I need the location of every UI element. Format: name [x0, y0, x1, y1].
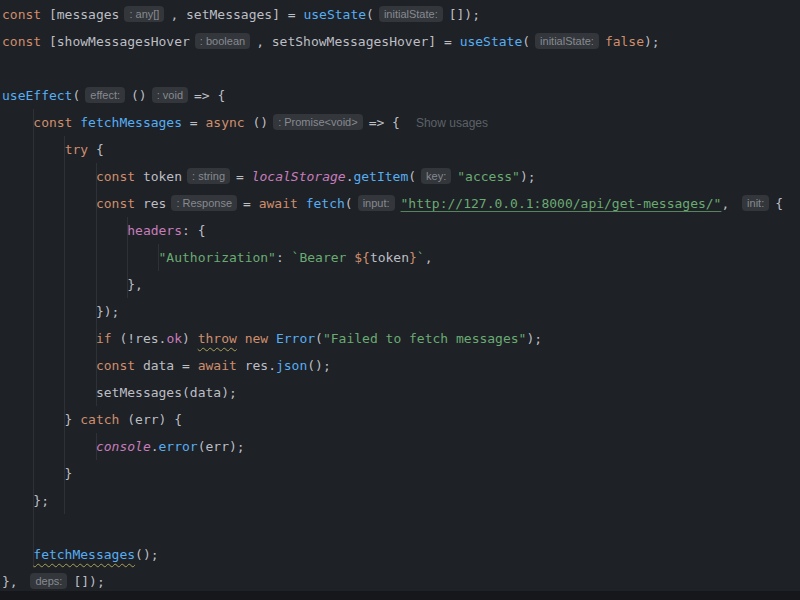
- code-line[interactable]: const token: string= localStorage.getIte…: [0, 163, 800, 190]
- code-text: ,: [425, 250, 433, 265]
- inlay-hint[interactable]: : Response: [171, 195, 237, 211]
- code-line[interactable]: fetchMessages();: [0, 541, 800, 568]
- code-text: ): [182, 331, 198, 346]
- code-line[interactable]: const fetchMessages = async (): Promise<…: [0, 109, 800, 136]
- inlay-hint[interactable]: : boolean: [195, 33, 250, 49]
- inlay-hint[interactable]: : void: [152, 87, 188, 103]
- code-line[interactable]: useEffect(effect:(): void=> {: [0, 82, 800, 109]
- keyword-warning: throw: [198, 331, 237, 346]
- code-line[interactable]: headers: {: [0, 217, 800, 244]
- code-text: );: [526, 331, 542, 346]
- inlay-hint[interactable]: deps:: [30, 573, 67, 589]
- inlay-hint[interactable]: input:: [358, 195, 395, 211]
- code-text: (: [315, 331, 323, 346]
- code-text: token: [370, 250, 409, 265]
- code-text: []);: [73, 574, 104, 589]
- inlay-hint[interactable]: effect:: [85, 87, 125, 103]
- code-line[interactable]: const res: Response= await fetch(input:"…: [0, 190, 800, 217]
- code-text: };: [2, 493, 49, 508]
- code-text: res: [135, 196, 166, 211]
- code-line[interactable]: setMessages(data);: [0, 379, 800, 406]
- code-text: [2, 142, 65, 157]
- code-line[interactable]: }: [0, 460, 800, 487]
- url-string-link[interactable]: "http://127.0.0.1:8000/api/get-messages/…: [401, 196, 722, 211]
- inlay-hint[interactable]: : string: [187, 168, 230, 184]
- code-text: [2, 196, 96, 211]
- string-literal: "access": [457, 169, 520, 184]
- show-usages-hint[interactable]: Show usages: [416, 116, 488, 130]
- code-line[interactable]: if (!res.ok) throw new Error("Failed to …: [0, 325, 800, 352]
- code-text: =: [182, 115, 205, 130]
- code-text: ,: [721, 196, 737, 211]
- function-name: fetch: [306, 196, 345, 211]
- inlay-hint[interactable]: : Promise<void>: [273, 114, 362, 130]
- code-text: (err);: [198, 439, 245, 454]
- code-text: (): [131, 88, 147, 103]
- code-area[interactable]: const [messages: any[], setMessages] = u…: [0, 1, 800, 591]
- function-name: useState: [460, 34, 523, 49]
- code-text: (err) {: [119, 412, 182, 427]
- keyword: try: [65, 142, 88, 157]
- code-text: [2, 439, 96, 454]
- keyword: }: [409, 250, 417, 265]
- code-line[interactable]: const [showMessagesHover: boolean, setSh…: [0, 28, 800, 55]
- keyword: if: [96, 331, 112, 346]
- code-line[interactable]: });: [0, 298, 800, 325]
- keyword: ${: [354, 250, 370, 265]
- code-text: setMessages(data);: [2, 385, 237, 400]
- inlay-hint[interactable]: key:: [421, 168, 451, 184]
- global-object: console: [96, 439, 151, 454]
- keyword: new: [245, 331, 268, 346]
- inlay-hint[interactable]: : any[]: [124, 6, 164, 22]
- string-literal: `Bearer: [292, 250, 355, 265]
- code-text: {: [88, 142, 104, 157]
- code-editor[interactable]: const [messages: any[], setMessages] = u…: [0, 0, 800, 591]
- code-line[interactable]: "Authorization": `Bearer ${token}`,: [0, 244, 800, 271]
- code-text: []);: [449, 7, 480, 22]
- code-text: (: [408, 169, 416, 184]
- keyword: const: [96, 196, 135, 211]
- code-line[interactable]: [0, 514, 800, 541]
- code-text: [2, 169, 96, 184]
- keyword: const: [96, 169, 135, 184]
- code-text: :: [276, 250, 292, 265]
- code-text: );: [520, 169, 536, 184]
- code-line[interactable]: },: [0, 271, 800, 298]
- code-text: res.: [237, 358, 276, 373]
- inlay-hint[interactable]: initialState:: [379, 6, 443, 22]
- code-text: {: [775, 196, 783, 211]
- code-line[interactable]: }, deps:[]);: [0, 568, 800, 591]
- function-name: json: [276, 358, 307, 373]
- keyword: const: [96, 358, 135, 373]
- code-text: [2, 547, 33, 562]
- code-line[interactable]: const [messages: any[], setMessages] = u…: [0, 1, 800, 28]
- code-text: .: [151, 439, 159, 454]
- string-literal: "Authorization": [159, 250, 276, 265]
- code-text: (: [366, 7, 374, 22]
- code-text: , setMessages] =: [170, 7, 303, 22]
- code-text: (: [522, 34, 530, 49]
- code-text: =: [236, 169, 252, 184]
- code-line[interactable]: };: [0, 487, 800, 514]
- code-text: [237, 331, 245, 346]
- keyword: false: [605, 34, 644, 49]
- code-text: (: [345, 196, 353, 211]
- code-line[interactable]: const data = await res.json();: [0, 352, 800, 379]
- code-text: => {: [194, 88, 225, 103]
- code-text: [2, 250, 159, 265]
- inlay-hint[interactable]: initialState:: [535, 33, 599, 49]
- code-text: [298, 196, 306, 211]
- code-line[interactable]: try {: [0, 136, 800, 163]
- code-line[interactable]: [0, 55, 800, 82]
- function-name: error: [159, 439, 198, 454]
- code-text: [showMessagesHover: [41, 34, 190, 49]
- code-text: token: [135, 169, 182, 184]
- code-line[interactable]: } catch (err) {: [0, 406, 800, 433]
- keyword: const: [2, 34, 41, 49]
- code-text: [2, 331, 96, 346]
- code-text: : {: [182, 223, 205, 238]
- code-line[interactable]: console.error(err);: [0, 433, 800, 460]
- keyword: await: [198, 358, 237, 373]
- code-text: data =: [135, 358, 198, 373]
- inlay-hint[interactable]: init:: [742, 195, 769, 211]
